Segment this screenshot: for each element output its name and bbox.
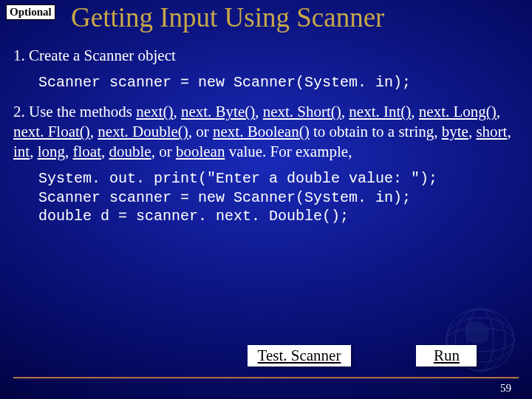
slide-title: Getting Input Using Scanner bbox=[71, 1, 384, 33]
type-2: int bbox=[13, 143, 30, 160]
method-3: next. Int() bbox=[349, 103, 411, 120]
type-last: boolean bbox=[176, 143, 225, 160]
page-number: 59 bbox=[500, 382, 511, 395]
method-0: next() bbox=[136, 103, 173, 120]
code2-line2: Scanner scanner = new Scanner(System. in… bbox=[38, 189, 411, 206]
type-0: byte bbox=[442, 123, 468, 140]
divider-line bbox=[13, 377, 519, 378]
button-row: Test. Scanner Run bbox=[0, 345, 532, 366]
code2-line1: System. out. print("Enter a double value… bbox=[38, 170, 437, 187]
type-1: short bbox=[476, 123, 507, 140]
code2-line3: double d = scanner. next. Double(); bbox=[38, 208, 349, 225]
type-5: double bbox=[109, 143, 151, 160]
method-1: next. Byte() bbox=[181, 103, 255, 120]
method-5: next. Float() bbox=[13, 123, 90, 140]
step2-or: , or bbox=[151, 143, 176, 160]
code-block-2: System. out. print("Enter a double value… bbox=[38, 169, 519, 226]
step-1-label: 1. Create a Scanner object bbox=[13, 46, 519, 66]
code-block-1: Scanner scanner = new Scanner(System. in… bbox=[38, 73, 519, 92]
content-area: 1. Create a Scanner object Scanner scann… bbox=[13, 46, 519, 236]
method-7: next. Boolean() bbox=[213, 123, 310, 140]
step2-prefix: 2. Use the methods bbox=[13, 103, 136, 120]
slide: Optional Getting Input Using Scanner 1. … bbox=[0, 0, 532, 399]
type-3: long bbox=[38, 143, 65, 160]
method-4: next. Long() bbox=[419, 103, 497, 120]
method-6: next. Double() bbox=[98, 123, 188, 140]
optional-badge: Optional bbox=[6, 4, 55, 20]
method-2: next. Short() bbox=[263, 103, 341, 120]
step-2-text: 2. Use the methods next(), next. Byte(),… bbox=[13, 102, 519, 162]
run-button[interactable]: Run bbox=[416, 345, 477, 366]
test-scanner-button[interactable]: Test. Scanner bbox=[248, 345, 352, 366]
step2-mid: to obtain to a string, bbox=[310, 123, 442, 140]
step2-suffix: value. For example, bbox=[225, 143, 352, 160]
type-4: float bbox=[73, 143, 101, 160]
